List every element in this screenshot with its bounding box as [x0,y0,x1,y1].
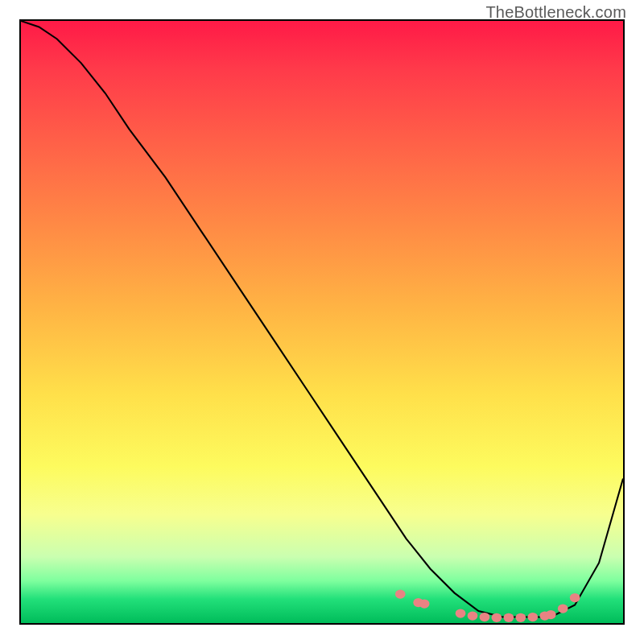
marker-group [395,589,580,621]
marker-point [504,613,514,622]
marker-point [468,611,478,620]
plot-area [19,19,625,625]
curve-path [21,21,623,617]
marker-point [480,613,490,621]
marker-point [527,613,538,621]
chart-frame: TheBottleneck.com [0,0,644,644]
chart-svg [21,21,623,623]
marker-point [515,613,526,622]
marker-point [395,589,406,598]
marker-point [492,613,502,622]
marker-point [570,593,580,602]
marker-point [456,609,466,617]
marker-point [419,599,430,608]
marker-point [546,610,556,619]
marker-point [558,604,568,613]
